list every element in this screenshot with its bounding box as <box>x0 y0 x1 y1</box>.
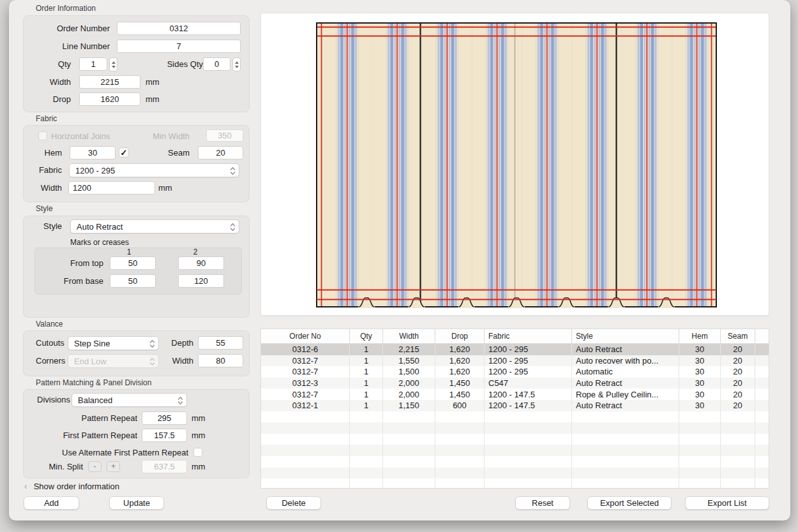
table-cell[interactable]: 1200 - 295 <box>485 366 572 378</box>
table-cell[interactable]: Auto Retract <box>572 378 679 389</box>
table-cell[interactable]: 30 <box>679 355 721 367</box>
table-cell[interactable]: 20 <box>721 388 755 400</box>
column-header-order-no[interactable]: Order No <box>261 329 350 343</box>
table-cell[interactable]: 0312-3 <box>261 378 350 389</box>
column-header-width[interactable]: Width <box>383 329 435 343</box>
table-cell[interactable]: 0312-7 <box>261 355 350 367</box>
column-header-hem[interactable]: Hem <box>679 329 721 343</box>
table-cell[interactable]: 0312-7 <box>261 366 350 378</box>
table-cell[interactable]: 0312-7 <box>261 388 350 400</box>
from-top-1-field[interactable] <box>110 256 156 270</box>
table-cell[interactable] <box>755 366 769 378</box>
table-cell[interactable]: 1,620 <box>435 355 485 367</box>
column-header-qty[interactable]: Qty <box>350 329 383 343</box>
table-cell[interactable]: 1,620 <box>435 344 485 355</box>
use-alternate-checkbox[interactable] <box>193 448 202 457</box>
column-header-drop[interactable]: Drop <box>435 329 485 343</box>
table-row[interactable]: 0312-711,5001,6201200 - 295Automatic3020 <box>261 366 769 378</box>
table-row[interactable]: 0312-111,1506001200 - 147.5Auto Retract3… <box>261 400 769 411</box>
table-cell[interactable]: 20 <box>721 400 755 411</box>
table-cell[interactable]: 20 <box>721 366 755 378</box>
seam-field[interactable] <box>198 146 243 159</box>
table-cell[interactable]: 1,500 <box>383 366 435 378</box>
table-cell[interactable]: 2,000 <box>383 378 435 389</box>
column-header-fabric[interactable]: Fabric <box>485 329 572 343</box>
table-cell[interactable] <box>755 388 769 400</box>
sides-qty-field[interactable] <box>203 57 230 71</box>
table-cell[interactable]: 1 <box>350 366 383 378</box>
table-cell[interactable] <box>755 355 769 367</box>
table-cell[interactable]: 2,000 <box>383 388 435 400</box>
table-cell[interactable]: 1,150 <box>383 400 435 411</box>
export-selected-button[interactable]: Export Selected <box>587 496 672 510</box>
table-cell[interactable]: 1 <box>350 378 383 389</box>
column-header-style[interactable]: Style <box>572 329 679 343</box>
delete-button[interactable]: Delete <box>266 496 321 510</box>
fabric-dropdown[interactable]: 1200 - 295 <box>69 163 239 177</box>
table-cell[interactable]: 1200 - 147.5 <box>485 400 572 411</box>
min-split-increment-button[interactable]: + <box>107 461 120 472</box>
reset-button[interactable]: Reset <box>515 496 570 510</box>
hem-field[interactable] <box>70 146 116 159</box>
table-row[interactable]: 0312-712,0001,4501200 - 147.5Rope & Pull… <box>261 388 769 400</box>
table-cell[interactable]: 0312-1 <box>261 400 350 411</box>
table-row[interactable]: 0312-711,5501,6201200 - 295Auto recover … <box>261 355 769 367</box>
table-cell[interactable]: 30 <box>679 388 721 400</box>
table-cell[interactable]: 1,550 <box>383 355 435 367</box>
table-row[interactable]: 0312-612,2151,6201200 - 295Auto Retract3… <box>261 344 769 355</box>
from-base-2-field[interactable] <box>178 274 224 288</box>
table-cell[interactable]: 30 <box>679 344 721 355</box>
table-cell[interactable]: Auto recover with po... <box>572 355 679 367</box>
table-cell[interactable]: 0312-6 <box>261 344 350 355</box>
order-number-field[interactable] <box>117 22 241 35</box>
table-cell[interactable]: 2,215 <box>383 344 435 355</box>
valance-width-field[interactable] <box>198 354 243 367</box>
horizontal-joins-checkbox[interactable] <box>38 131 47 140</box>
table-cell[interactable]: 30 <box>679 366 721 378</box>
qty-field[interactable] <box>79 57 107 71</box>
table-cell[interactable]: Rope & Pulley Ceilin... <box>572 388 679 400</box>
table-cell[interactable] <box>755 344 769 355</box>
table-cell[interactable]: 1 <box>350 388 383 400</box>
table-cell[interactable]: 30 <box>679 378 721 389</box>
export-list-button[interactable]: Export List <box>685 496 769 510</box>
line-number-field[interactable] <box>117 40 241 53</box>
fabric-width-field[interactable] <box>68 181 155 195</box>
table-cell[interactable]: Auto Retract <box>572 344 679 355</box>
table-row[interactable]: 0312-312,0001,450C547Auto Retract3020 <box>261 378 769 389</box>
qty-stepper[interactable] <box>109 57 117 71</box>
table-cell[interactable]: 1,450 <box>435 378 485 389</box>
table-cell[interactable]: Auto Retract <box>572 400 679 411</box>
table-cell[interactable]: 1200 - 295 <box>485 344 572 355</box>
first-pattern-repeat-field[interactable] <box>142 429 187 442</box>
table-cell[interactable]: 1 <box>350 355 383 367</box>
table-cell[interactable]: C547 <box>485 378 572 389</box>
width-field[interactable] <box>79 75 140 89</box>
cutouts-dropdown[interactable]: Step Sine <box>68 336 159 350</box>
table-body[interactable]: 0312-612,2151,6201200 - 295Auto Retract3… <box>261 344 769 489</box>
sides-qty-stepper[interactable] <box>232 57 241 71</box>
depth-field[interactable] <box>198 336 243 350</box>
table-cell[interactable]: 20 <box>721 378 755 389</box>
update-button[interactable]: Update <box>109 496 164 510</box>
table-cell[interactable]: 1 <box>350 344 383 355</box>
show-order-information-disclosure[interactable]: ‹Show order information <box>24 481 119 491</box>
table-cell[interactable] <box>755 378 769 389</box>
style-dropdown[interactable]: Auto Retract <box>70 219 239 233</box>
table-cell[interactable]: 1200 - 147.5 <box>485 388 572 400</box>
from-top-2-field[interactable] <box>178 256 224 270</box>
divisions-dropdown[interactable]: Balanced <box>72 393 187 407</box>
min-split-decrement-button[interactable]: - <box>88 461 102 472</box>
table-cell[interactable]: 1200 - 295 <box>485 355 572 367</box>
table-cell[interactable]: 1,620 <box>435 366 485 378</box>
add-button[interactable]: Add <box>24 496 79 510</box>
pattern-repeat-field[interactable] <box>142 411 187 425</box>
drop-field[interactable] <box>79 92 140 106</box>
table-cell[interactable]: 20 <box>721 344 755 355</box>
column-header-seam[interactable]: Seam <box>721 329 755 343</box>
table-cell[interactable]: 600 <box>435 400 485 411</box>
table-cell[interactable] <box>755 400 769 411</box>
table-cell[interactable]: 30 <box>679 400 721 411</box>
table-cell[interactable]: 1 <box>350 400 383 411</box>
order-lines-table[interactable]: Order NoQtyWidthDropFabricStyleHemSeam 0… <box>260 329 769 489</box>
